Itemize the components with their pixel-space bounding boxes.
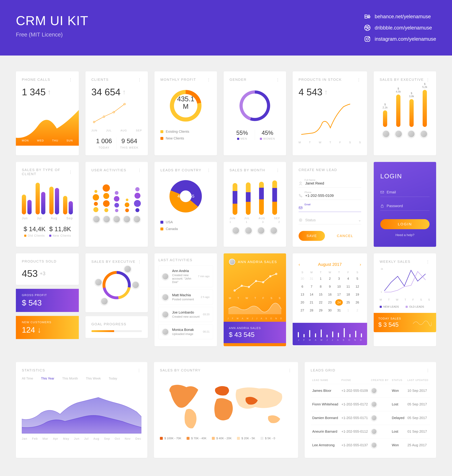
gross-profit-card[interactable]: GROSS PROFIT $ 543: [16, 289, 79, 312]
more-icon[interactable]: ⋮: [426, 77, 430, 82]
dribbble-link[interactable]: dribbble.com/yelenamuse: [364, 25, 436, 31]
calendar-day[interactable]: 5: [353, 276, 361, 282]
calendar-day[interactable]: 1: [317, 276, 324, 282]
calendar-day[interactable]: 14: [308, 291, 315, 298]
calendar-day[interactable]: 10: [335, 283, 343, 290]
more-icon[interactable]: ⋮: [276, 77, 280, 82]
calendar-day[interactable]: 27: [299, 307, 306, 314]
svg-point-23: [102, 270, 132, 300]
tab-this-month[interactable]: This Month: [62, 377, 78, 380]
table-row[interactable]: Aneurin Barnard+1-202-555-0112Lost01 Sep…: [311, 425, 430, 438]
activity-item[interactable]: Monica BonakUploaded image00:21: [159, 324, 213, 339]
more-icon[interactable]: ⋮: [138, 77, 142, 82]
calendar-day[interactable]: 25: [344, 299, 352, 306]
login-email-field[interactable]: Email: [380, 188, 430, 197]
value: $ 3 545: [378, 321, 401, 328]
cancel-button[interactable]: CANCEL: [329, 231, 361, 241]
more-icon[interactable]: ⋮: [207, 168, 211, 172]
activity-item[interactable]: Matt MachiaPosted comment2 h ago: [159, 290, 213, 304]
calendar-day[interactable]: 12: [353, 283, 361, 290]
calendar-day[interactable]: 2: [326, 276, 334, 282]
grouped-bars: [22, 180, 73, 214]
more-icon[interactable]: ⋮: [138, 168, 142, 172]
name-field[interactable]: Full NameJanet Reed: [299, 178, 361, 188]
svg-point-24: [234, 290, 235, 291]
svg-point-11: [238, 89, 272, 123]
calendar-day[interactable]: 16: [326, 291, 334, 298]
more-icon[interactable]: ⋮: [276, 168, 280, 172]
tab-this-year[interactable]: This Year: [41, 377, 54, 380]
calendar-day[interactable]: 22: [317, 299, 324, 306]
next-month-icon[interactable]: ›: [360, 262, 361, 267]
instagram-link[interactable]: instagram.com/yelenamuse: [364, 36, 436, 42]
card-title: MONTHLY PROFIT: [160, 78, 196, 82]
calendar-day[interactable]: 23: [326, 299, 334, 306]
calendar-day[interactable]: 15: [317, 291, 324, 298]
tab-all-time[interactable]: All Time: [22, 377, 33, 380]
table-row[interactable]: James Bloor+1-202-555-0109Won10 Sep 2017: [311, 384, 430, 397]
calendar-day[interactable]: 11: [344, 283, 352, 290]
calendar-day[interactable]: 26: [353, 299, 361, 306]
more-icon[interactable]: ⋮: [138, 259, 142, 264]
leads-table: LEAD NAMEPHONECREATED BYSTATUSLAST UPDAT…: [311, 377, 430, 452]
value: $ 543: [22, 298, 73, 307]
bar-chart: $ 2,1k$ 4,5k$ 3,8k$ 5,2k: [380, 86, 430, 127]
calendar-day[interactable]: 30: [326, 307, 334, 314]
calendar-day[interactable]: 19: [353, 291, 361, 298]
more-icon[interactable]: ⋮: [426, 368, 430, 373]
table-row[interactable]: Lee Armstrong+1-202-555-0137Won25 Aug 20…: [311, 438, 430, 452]
calendar-day[interactable]: 4: [344, 276, 352, 282]
page-subtitle: Free (MIT Licence): [16, 32, 88, 38]
svg-rect-18: [381, 191, 384, 193]
new-customers-card[interactable]: NEW CUSTOMERS 124 ↓: [16, 316, 79, 339]
email-field[interactable]: Email: [299, 203, 361, 212]
social-links: behance.net/yelenamusedribbble.com/yelen…: [364, 13, 436, 42]
status-field[interactable]: Status⌄: [299, 215, 361, 224]
login-button[interactable]: LOGIN: [380, 219, 430, 229]
more-icon[interactable]: ⋮: [68, 170, 73, 174]
save-button[interactable]: SAVE: [299, 231, 325, 241]
help-link[interactable]: Heed a help?: [380, 233, 430, 237]
calendar-day[interactable]: 20: [299, 299, 306, 306]
behance-link[interactable]: behance.net/yelenamuse: [364, 13, 436, 20]
user-icon: [299, 181, 303, 185]
today-sales-bar: TODAY SALES$ 3 545: [374, 313, 436, 332]
calendar-day[interactable]: 24: [335, 299, 343, 306]
table-row[interactable]: Damien Bonnard+1-202-555-0171Delayed05 S…: [311, 411, 430, 424]
value: 124 ↓: [22, 325, 73, 334]
more-icon[interactable]: ⋮: [357, 77, 361, 82]
phone-field[interactable]: Phone+1-202-555-0109: [299, 191, 361, 200]
more-icon[interactable]: ⋮: [137, 368, 141, 373]
calendar-day[interactable]: 9: [326, 283, 334, 290]
more-icon[interactable]: ⋮: [288, 368, 292, 373]
more-icon[interactable]: ⋮: [68, 77, 73, 82]
activity-item[interactable]: Joe LombardoCreated new account03:20: [159, 307, 213, 322]
women-label: WOMEN: [263, 137, 275, 140]
calendar-day[interactable]: 7: [308, 283, 315, 290]
login-password-field[interactable]: Password: [380, 201, 430, 211]
calendar-day[interactable]: 17: [335, 291, 343, 298]
calendar-day[interactable]: 21: [308, 299, 315, 306]
table-row[interactable]: Fionn Whitehead+1-202-555-0172Lost05 Sep…: [311, 397, 430, 411]
chevron-down-icon: ⌄: [358, 218, 361, 222]
calendar-day[interactable]: 3: [335, 276, 343, 282]
tab-this-week[interactable]: This Week: [86, 377, 101, 380]
card-title: LEADS BY COUNTRY: [160, 168, 201, 172]
card-title: WEEKLY SALES: [380, 260, 411, 264]
lock-icon: [380, 204, 384, 208]
calendar-day[interactable]: 18: [344, 291, 352, 298]
calendar-day[interactable]: 6: [299, 283, 306, 290]
activity-item[interactable]: Ann AndriaCreated new account: "John Doe…: [159, 265, 213, 287]
more-icon[interactable]: ⋮: [207, 77, 211, 82]
tab-today[interactable]: Today: [109, 377, 117, 380]
calendar-day[interactable]: 31: [335, 307, 343, 314]
calendar-day[interactable]: 28: [308, 307, 315, 314]
calendar-day[interactable]: 13: [299, 291, 306, 298]
phone-calls-value: 1 345↑: [22, 86, 73, 97]
legend: NEW LEADSOLD LEADS: [380, 305, 430, 308]
card-title: PHONE CALLS: [22, 78, 50, 82]
more-icon[interactable]: ⋮: [426, 259, 430, 264]
prev-month-icon[interactable]: ‹: [299, 262, 300, 267]
calendar-day[interactable]: 8: [317, 283, 324, 290]
calendar-day[interactable]: 29: [317, 307, 324, 314]
